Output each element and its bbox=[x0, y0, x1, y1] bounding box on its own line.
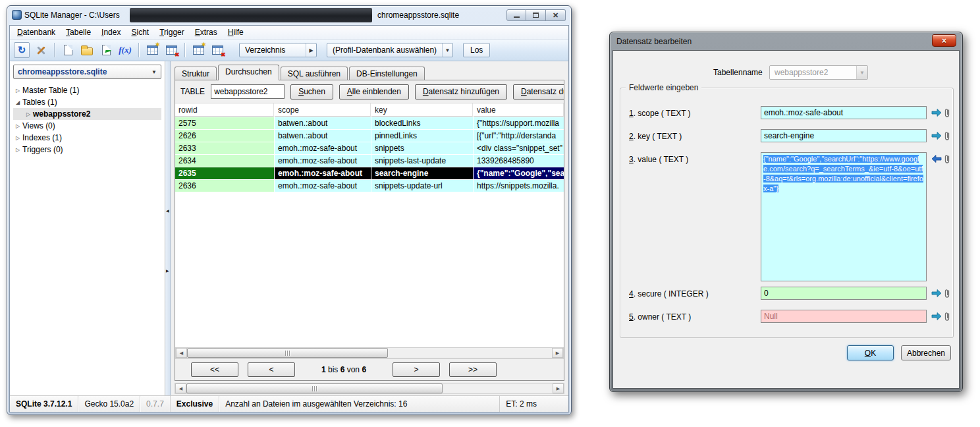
table-row-selected[interactable]: 2635 emoh.:moz-safe-about search-engine … bbox=[175, 167, 564, 179]
cell-key[interactable]: blockedLinks bbox=[371, 117, 473, 129]
table-row[interactable]: 2636 emoh.:moz-safe-about snippets-updat… bbox=[175, 180, 564, 192]
panel-horizontal-scrollbar[interactable]: ◀ ▶ bbox=[175, 383, 564, 394]
scroll-right-icon[interactable]: ▶ bbox=[552, 348, 563, 358]
twisty-expanded-icon[interactable]: ◢ bbox=[13, 100, 22, 105]
scroll-left-icon[interactable]: ◀ bbox=[175, 384, 186, 393]
scrollbar-thumb[interactable] bbox=[187, 348, 388, 358]
attach-file-icon[interactable] bbox=[944, 107, 950, 118]
import-button[interactable] bbox=[98, 42, 114, 58]
attach-file-icon[interactable] bbox=[944, 288, 950, 299]
menu-sicht[interactable]: Sicht bbox=[126, 26, 153, 38]
cell-value[interactable]: https://snippets.mozilla. bbox=[474, 180, 564, 192]
expand-field-arrow-icon[interactable] bbox=[931, 289, 942, 298]
tree-item-webappsstore2[interactable]: ▷ webappsstore2 bbox=[13, 108, 161, 120]
tree-item-triggers[interactable]: ▷ Triggers (0) bbox=[13, 144, 161, 156]
cell-key[interactable]: pinnedLinks bbox=[371, 130, 473, 142]
scrollbar-track[interactable] bbox=[187, 348, 552, 358]
cell-key[interactable]: snippets bbox=[371, 142, 473, 154]
twisty-collapsed-icon[interactable]: ▷ bbox=[13, 88, 22, 94]
twisty-collapsed-icon[interactable]: ▷ bbox=[13, 135, 22, 141]
minimize-button[interactable] bbox=[506, 9, 526, 21]
cell-key[interactable]: search-engine bbox=[371, 167, 473, 179]
tab-durchsuchen[interactable]: Durchsuchen bbox=[218, 65, 279, 80]
search-button[interactable]: Suchen bbox=[290, 84, 333, 100]
show-all-button[interactable]: Alle einblenden bbox=[339, 84, 409, 100]
cell-scope[interactable]: batwen.:about bbox=[275, 130, 371, 142]
tree-item-views[interactable]: ▷ Views (0) bbox=[13, 120, 161, 132]
menu-tabelle[interactable]: Tabelle bbox=[61, 26, 95, 38]
database-selector[interactable]: chromeappsstore.sqlite ▼ bbox=[13, 65, 161, 79]
twisty-collapsed-icon[interactable]: ▷ bbox=[13, 123, 22, 129]
go-button[interactable]: Los bbox=[463, 43, 490, 57]
delete-record-button[interactable] bbox=[209, 42, 225, 58]
menu-index[interactable]: Index bbox=[97, 26, 125, 38]
menu-hilfe[interactable]: Hilfe bbox=[223, 26, 248, 38]
collapse-field-arrow-icon[interactable] bbox=[931, 154, 942, 163]
attach-file-icon[interactable] bbox=[944, 311, 950, 322]
scope-input[interactable] bbox=[761, 106, 927, 119]
cell-rowid[interactable]: 2633 bbox=[175, 142, 274, 154]
create-table-button[interactable] bbox=[144, 42, 160, 58]
dialog-close-button[interactable]: × bbox=[932, 34, 956, 47]
cell-scope[interactable]: emoh.:moz-safe-about bbox=[275, 167, 371, 179]
profile-database-select[interactable]: (Profil-Datenbank auswählen) ▼ bbox=[327, 43, 453, 57]
duplicate-record-button[interactable]: Datensatz dupliz bbox=[513, 84, 564, 100]
verzeichnis-dropdown[interactable]: Verzeichnis ▶ bbox=[239, 43, 317, 57]
menu-extras[interactable]: Extras bbox=[190, 26, 222, 38]
open-database-button[interactable] bbox=[79, 42, 95, 58]
table-row[interactable]: 2633 emoh.:moz-safe-about snippets <div … bbox=[175, 142, 564, 154]
ok-button[interactable]: OK bbox=[847, 345, 894, 360]
cell-rowid[interactable]: 2634 bbox=[175, 155, 274, 167]
expand-field-arrow-icon[interactable] bbox=[931, 312, 942, 321]
previous-page-button[interactable]: < bbox=[248, 362, 295, 377]
cell-key[interactable]: snippets-update-url bbox=[371, 180, 473, 192]
cancel-button[interactable]: Abbrechen bbox=[901, 345, 951, 360]
table-row[interactable]: 2634 emoh.:moz-safe-about snippets-last-… bbox=[175, 155, 564, 167]
cell-scope[interactable]: emoh.:moz-safe-about bbox=[275, 142, 371, 154]
table-row[interactable]: 2626 batwen.:about pinnedLinks [{"url":"… bbox=[175, 130, 564, 142]
cell-value[interactable]: 1339268485890 bbox=[474, 155, 564, 167]
cell-value[interactable]: {"name":"Google","sea bbox=[474, 167, 564, 179]
scrollbar-thumb[interactable] bbox=[186, 384, 443, 393]
sidebar-splitter[interactable]: ◀ ▶ bbox=[165, 61, 171, 395]
scroll-left-icon[interactable]: ◀ bbox=[176, 348, 187, 358]
tab-struktur[interactable]: Struktur bbox=[175, 67, 217, 80]
table-row[interactable]: 2575 batwen.:about blockedLinks {"https:… bbox=[175, 117, 564, 129]
column-header-scope[interactable]: scope bbox=[275, 103, 371, 117]
last-page-button[interactable]: >> bbox=[449, 362, 497, 377]
column-header-value[interactable]: value bbox=[474, 103, 564, 117]
cell-rowid[interactable]: 2626 bbox=[175, 130, 274, 142]
table-name-input[interactable] bbox=[211, 84, 285, 99]
refresh-button[interactable]: ↻ bbox=[14, 42, 30, 58]
tab-db-einstellungen[interactable]: DB-Einstellungen bbox=[349, 67, 425, 80]
column-header-key[interactable]: key bbox=[371, 103, 473, 117]
drop-table-button[interactable] bbox=[163, 42, 179, 58]
menu-datenbank[interactable]: Datenbank bbox=[13, 26, 60, 38]
tree-item-master-table[interactable]: ▷ Master Table (1) bbox=[13, 84, 161, 96]
next-page-button[interactable]: > bbox=[393, 362, 440, 377]
tree-item-indexes[interactable]: ▷ Indexes (1) bbox=[13, 132, 161, 144]
cell-value[interactable]: <div class="snippet_set" bbox=[474, 142, 564, 154]
attach-file-icon[interactable] bbox=[944, 154, 950, 164]
add-record-button[interactable] bbox=[190, 42, 206, 58]
splitter-collapse-right-icon[interactable]: ▶ bbox=[166, 268, 169, 273]
value-textarea[interactable]: {"name":"Google","searchUrl":"https://ww… bbox=[761, 152, 927, 281]
secure-input[interactable] bbox=[761, 287, 927, 300]
cell-value[interactable]: {"https://support.mozilla bbox=[474, 117, 564, 129]
twisty-collapsed-icon[interactable]: ▷ bbox=[24, 111, 33, 117]
first-page-button[interactable]: << bbox=[191, 362, 238, 377]
fx-functions-button[interactable]: f(x) bbox=[117, 42, 133, 58]
menu-trigger[interactable]: Trigger bbox=[155, 26, 189, 38]
tab-sql-ausfuehren[interactable]: SQL ausführen bbox=[281, 67, 348, 80]
cell-scope[interactable]: emoh.:moz-safe-about bbox=[275, 155, 371, 167]
scroll-right-icon[interactable]: ▶ bbox=[553, 384, 564, 393]
cell-scope[interactable]: emoh.:moz-safe-about bbox=[275, 180, 371, 192]
new-database-button[interactable] bbox=[60, 42, 76, 58]
cell-scope[interactable]: batwen.:about bbox=[275, 117, 371, 129]
column-header-rowid[interactable]: rowid bbox=[175, 103, 274, 117]
cell-value[interactable]: [{"url":"http://derstanda bbox=[474, 130, 564, 142]
maximize-button[interactable] bbox=[526, 9, 546, 21]
twisty-collapsed-icon[interactable]: ▷ bbox=[13, 147, 22, 153]
expand-field-arrow-icon[interactable] bbox=[931, 131, 942, 140]
attach-file-icon[interactable] bbox=[944, 130, 950, 141]
